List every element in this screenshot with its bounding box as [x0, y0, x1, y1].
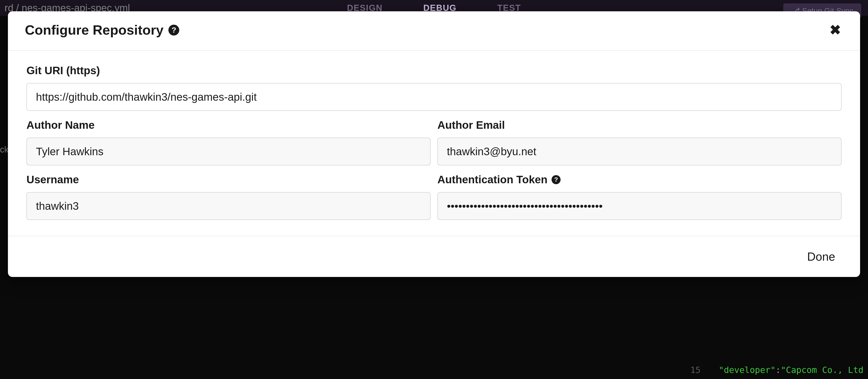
modal-body: Git URI (https) Author Name Author Email — [8, 51, 860, 236]
form-group-auth-token: Authentication Token ? — [437, 173, 842, 220]
auth-token-label: Authentication Token ? — [437, 173, 842, 186]
modal-title: Configure Repository — [25, 22, 163, 38]
help-icon[interactable]: ? — [552, 175, 561, 184]
modal-header: Configure Repository ? ✖ — [8, 11, 860, 51]
modal-title-wrap: Configure Repository ? — [25, 22, 179, 38]
close-icon[interactable]: ✖ — [827, 23, 843, 37]
form-group-username: Username — [26, 173, 431, 220]
form-group-git-uri: Git URI (https) — [26, 64, 842, 111]
author-name-label: Author Name — [26, 119, 431, 131]
author-email-input[interactable] — [437, 138, 842, 166]
form-row-credentials: Username Authentication Token ? — [26, 173, 842, 220]
modal-footer: Done — [8, 236, 860, 277]
form-group-author-email: Author Email — [437, 119, 842, 166]
author-email-label: Author Email — [437, 119, 842, 131]
auth-token-input[interactable] — [437, 192, 842, 220]
auth-token-label-text: Authentication Token — [437, 173, 548, 186]
modal-overlay: Configure Repository ? ✖ Git URI (https)… — [0, 0, 868, 379]
configure-repository-modal: Configure Repository ? ✖ Git URI (https)… — [8, 11, 860, 277]
form-row-author: Author Name Author Email — [26, 119, 842, 166]
form-group-author-name: Author Name — [26, 119, 431, 166]
username-input[interactable] — [26, 192, 431, 220]
form-row-git-uri: Git URI (https) — [26, 64, 842, 111]
git-uri-input[interactable] — [26, 83, 842, 111]
done-button[interactable]: Done — [803, 247, 840, 266]
username-label: Username — [26, 173, 431, 186]
author-name-input[interactable] — [26, 138, 431, 166]
git-uri-label: Git URI (https) — [26, 64, 842, 77]
help-icon[interactable]: ? — [168, 25, 179, 35]
